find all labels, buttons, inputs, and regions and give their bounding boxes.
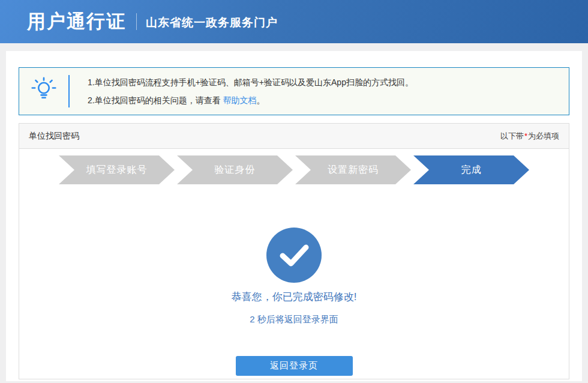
notice-text: 1.单位找回密码流程支持手机+验证码、邮箱号+验证码以及爱山东App扫脸的方式找… (88, 73, 413, 109)
back-to-login-button[interactable]: 返回登录页 (236, 356, 353, 376)
required-hint-prefix: 以下带 (500, 131, 524, 140)
site-header: 用户通行证 山东省统一政务服务门户 (0, 0, 588, 43)
step-fill-account: 填写登录账号 (59, 155, 175, 184)
section-title: 单位找回密码 (29, 131, 79, 142)
step-progress-bar: 填写登录账号 验证身份 设置新密码 完成 (59, 155, 529, 184)
required-star: * (524, 131, 527, 140)
notice-line-2: 2.单位找回密码的相关问题，请查看 帮助文档。 (88, 91, 413, 109)
result-area: 恭喜您，你已完成密码修改! 2 秒后将返回登录界面 返回登录页 (19, 228, 569, 376)
site-title: 用户通行证 (27, 9, 126, 34)
redirect-countdown: 2 秒后将返回登录界面 (19, 313, 569, 326)
success-message: 恭喜您，你已完成密码修改! (19, 290, 569, 304)
password-recovery-panel: 单位找回密码 以下带*为必填项 填写登录账号 验证身份 设置新密码 完成 恭喜您… (19, 123, 569, 379)
help-doc-link[interactable]: 帮助文档 (223, 95, 257, 105)
step-complete: 完成 (413, 155, 529, 184)
site-subtitle: 山东省统一政务服务门户 (146, 13, 278, 31)
section-header: 单位找回密码 以下带*为必填项 (19, 124, 569, 149)
notice-box: 1.单位找回密码流程支持手机+验证码、邮箱号+验证码以及爱山东App扫脸的方式找… (19, 67, 569, 115)
required-hint-suffix: 为必填项 (528, 131, 559, 140)
notice-line-2-suffix: 。 (257, 95, 265, 105)
step-verify-identity: 验证身份 (177, 155, 293, 184)
notice-icon-wrap (19, 77, 68, 106)
notice-divider (68, 75, 70, 107)
success-check-icon (19, 228, 569, 283)
page-panel: 1.单位找回密码流程支持手机+验证码、邮箱号+验证码以及爱山东App扫脸的方式找… (6, 51, 582, 381)
lightbulb-icon (31, 77, 56, 106)
notice-line-1: 1.单位找回密码流程支持手机+验证码、邮箱号+验证码以及爱山东App扫脸的方式找… (88, 73, 413, 91)
required-hint: 以下带*为必填项 (500, 131, 559, 142)
step-set-new-password: 设置新密码 (295, 155, 411, 184)
notice-line-2-prefix: 2.单位找回密码的相关问题，请查看 (88, 95, 223, 105)
header-divider (136, 13, 137, 30)
